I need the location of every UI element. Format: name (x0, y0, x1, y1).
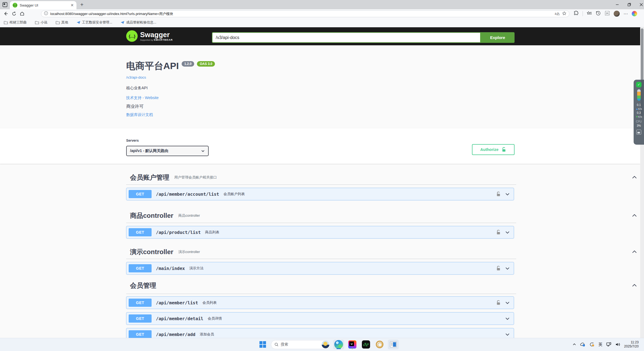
browser-tab-swagger[interactable]: {..} Swagger UI ✕ (10, 1, 76, 9)
bookmark-folder[interactable]: 其他 (56, 20, 68, 25)
bookmark-folder[interactable]: 棺材三部曲 (4, 20, 27, 25)
security-shield-icon[interactable]: ✓ (636, 82, 642, 87)
operation-summary: 会员账户列表 (223, 192, 245, 197)
favorites-bar-icon[interactable] (587, 11, 592, 17)
url-input[interactable]: localhost:8080/swagger-ui/swagger-ui/ind… (41, 10, 569, 17)
operation-path: /api/member/add (156, 332, 196, 337)
operation-row[interactable]: GET /api/member/list 会员列表 (126, 296, 514, 309)
translate-icon[interactable]: aあ (555, 11, 560, 16)
swagger-logo-icon: {…} (126, 30, 138, 42)
widget-screenshot-icon[interactable] (636, 130, 641, 135)
operation-row[interactable]: GET /main/index 演示方法 (126, 262, 514, 275)
taskbar-clock[interactable]: 11:23 2025/7/20 (624, 340, 639, 349)
network-icon[interactable] (606, 342, 611, 347)
tab-actions-icon[interactable] (2, 2, 8, 8)
chevron-down-icon[interactable] (505, 230, 510, 235)
section-header-member-account[interactable]: 会员账户管理 用户管理会员账户相关接口 (130, 173, 515, 182)
contact-link[interactable]: 技术支持 - Website (126, 96, 159, 100)
profile-avatar[interactable] (614, 11, 620, 17)
sync-update-icon[interactable] (589, 342, 595, 347)
chevron-up-icon[interactable] (631, 282, 637, 288)
window-restore-button[interactable] (623, 0, 635, 9)
unlock-icon (502, 147, 506, 152)
bookmark-site[interactable]: 工艺数据安全管理... (76, 20, 112, 25)
performance-gauge (637, 89, 641, 101)
taskbar-window-app-icon[interactable] (388, 340, 399, 349)
browser-tab-bar: {..} Swagger UI ✕ + (0, 0, 644, 9)
chevron-down-icon[interactable] (505, 192, 510, 197)
extensions-icon[interactable] (574, 11, 579, 17)
lock-icon[interactable] (496, 230, 501, 235)
home-icon[interactable] (18, 10, 26, 17)
chevron-down-icon[interactable] (505, 316, 510, 321)
history-icon[interactable] (596, 11, 601, 17)
taskbar-center-icons: 搜索 (257, 340, 399, 349)
lock-icon[interactable] (496, 266, 501, 271)
bookmarks-bar: 棺材三部曲 小说 其他 工艺数据安全管理... 成品管材检验信息... (0, 18, 644, 27)
chevron-down-icon[interactable] (505, 266, 510, 271)
screen: {..} Swagger UI ✕ + localhost:8080/swagg (0, 0, 644, 351)
cpu-value: 3% (637, 124, 641, 127)
more-menu-icon[interactable]: ⋯ (624, 11, 628, 16)
new-tab-button[interactable]: + (80, 2, 84, 8)
back-icon[interactable] (2, 10, 10, 17)
chevron-up-icon[interactable] (631, 249, 637, 255)
tray-chevron-up-icon[interactable] (572, 343, 576, 346)
taskbar-search-box[interactable]: 搜索 (271, 340, 330, 349)
swagger-logo: {…} Swagger Supported by SMARTBEAR (126, 30, 173, 42)
api-description: 核心业务API (126, 86, 148, 91)
spec-url-input[interactable] (212, 32, 481, 43)
url-text[interactable]: localhost:8080/swagger-ui/swagger-ui/ind… (50, 11, 553, 16)
external-docs-link[interactable]: 数据库设计文档 (126, 112, 153, 117)
taskbar-terminal-app-icon[interactable] (361, 340, 371, 349)
input-language-indicator[interactable]: 英 (598, 342, 602, 347)
method-badge: GET (129, 228, 152, 236)
tab-close-icon[interactable]: ✕ (70, 3, 74, 7)
operation-path: /api/member/list (156, 300, 198, 305)
spec-link[interactable]: /v3/api-docs (126, 75, 146, 79)
section-header-demo[interactable]: 演示controller 演示controller (130, 248, 515, 256)
upload-speed-unit: K/s (638, 107, 642, 110)
site-plane-icon (120, 21, 125, 24)
section-header-member[interactable]: 会员管理 (130, 281, 515, 290)
chevron-up-icon[interactable] (631, 174, 637, 180)
operation-row[interactable]: GET /api/member/account/list 会员账户列表 (126, 188, 514, 200)
servers-select[interactable]: /api/v1 - 默认网关路由 (126, 146, 209, 156)
method-badge: GET (129, 314, 152, 323)
swagger-favicon: {..} (13, 3, 17, 8)
swagger-logo-subtext: Supported by SMARTBEAR (140, 38, 173, 41)
chevron-down-icon[interactable] (505, 332, 510, 337)
taskbar-edge-icon[interactable] (333, 340, 344, 349)
copilot-icon[interactable] (632, 11, 637, 16)
window-minimize-button[interactable] (611, 0, 623, 9)
refresh-icon[interactable] (10, 10, 18, 17)
browser-toolbar-icons: ⋯ (574, 10, 637, 17)
folder-icon (4, 21, 8, 24)
bookmark-site[interactable]: 成品管材检验信息... (120, 20, 156, 25)
start-button[interactable] (257, 340, 268, 349)
operation-row[interactable]: GET /api/product/list 商品列表 (126, 226, 514, 239)
site-info-icon[interactable] (44, 11, 48, 16)
operation-row[interactable]: GET /api/member/detail 会员详情 (126, 312, 514, 325)
weather-icon[interactable] (322, 341, 329, 348)
taskbar-intellij-icon[interactable] (347, 340, 358, 349)
lock-icon[interactable] (496, 300, 501, 305)
bookmark-folder[interactable]: 小说 (35, 20, 48, 25)
explore-button[interactable]: Explore (481, 32, 515, 43)
folder-icon (35, 21, 39, 24)
screenshot-icon[interactable] (605, 11, 610, 17)
chevron-down-icon[interactable] (505, 300, 510, 305)
swagger-logo-text: Swagger (140, 31, 173, 38)
operation-summary: 演示方法 (189, 266, 203, 271)
chevron-up-icon[interactable] (631, 213, 637, 219)
system-monitor-widget[interactable]: ✓ 0.1 ▲K/s 0.3 ▼K/s CPU 3% (634, 80, 644, 145)
onedrive-cloud-icon[interactable]: i (580, 342, 586, 347)
favorite-star-icon[interactable] (562, 11, 566, 17)
window-close-button[interactable] (635, 0, 644, 9)
lock-icon[interactable] (496, 192, 501, 197)
section-header-product[interactable]: 商品controller 商品controller (130, 211, 515, 220)
upload-arrow-icon: ▲ (636, 107, 638, 110)
authorize-button[interactable]: Authorize (472, 144, 515, 155)
volume-icon[interactable] (615, 342, 621, 347)
taskbar-navicat-icon[interactable] (374, 340, 385, 349)
